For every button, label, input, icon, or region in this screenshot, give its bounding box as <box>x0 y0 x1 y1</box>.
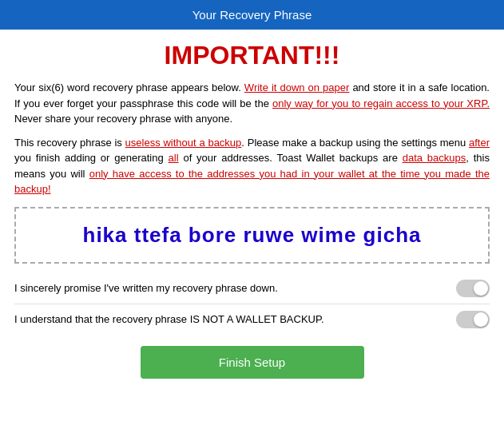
recovery-box: hika ttefa bore ruwe wime gicha <box>14 207 490 264</box>
toggle2-switch[interactable] <box>456 311 490 328</box>
header-title: Your Recovery Phrase <box>192 8 312 22</box>
para2-middle3: of your addresses. Toast Wallet backups … <box>179 152 403 164</box>
toggle1-label: I sincerely promise I've written my reco… <box>14 282 278 294</box>
recovery-phrase-text: hika ttefa bore ruwe wime gicha <box>83 223 422 247</box>
paragraph-1: Your six(6) word recovery phrase appears… <box>14 80 490 127</box>
toggle1-switch[interactable] <box>456 280 490 297</box>
important-title: IMPORTANT!!! <box>14 41 490 70</box>
para2-prefix: This recovery phrase is <box>14 137 125 149</box>
para2-link2: after <box>469 137 490 149</box>
toggle-row-2: I understand that the recovery phrase IS… <box>14 304 490 335</box>
para2-link1: useless without a backup <box>125 137 242 149</box>
toggle-row-1: I sincerely promise I've written my reco… <box>14 273 490 304</box>
para2-link4: data backups <box>403 152 466 164</box>
para2-middle2: you finish adding or generating <box>14 152 169 164</box>
finish-setup-button[interactable]: Finish Setup <box>141 346 364 379</box>
para1-link1: Write it down on paper <box>244 81 350 93</box>
paragraph-2: This recovery phrase is useless without … <box>14 135 490 197</box>
para2-link3: all <box>169 152 179 164</box>
para2-middle1: . Please make a backup using the setting… <box>241 137 469 149</box>
para1-prefix: Your six(6) word recovery phrase appears… <box>14 81 244 93</box>
para1-link2: only way for you to regain access to you… <box>272 97 490 109</box>
para1-suffix: Never share your recovery phrase with an… <box>14 113 232 125</box>
toggle2-label: I understand that the recovery phrase IS… <box>14 313 324 325</box>
header: Your Recovery Phrase <box>0 0 504 30</box>
